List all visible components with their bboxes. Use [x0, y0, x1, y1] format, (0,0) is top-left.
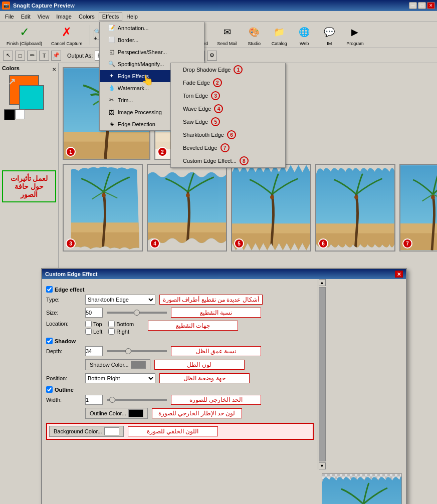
palm-svg-4 — [148, 165, 226, 250]
tool-icon-2[interactable]: □ — [15, 51, 25, 61]
size-input[interactable] — [85, 308, 103, 318]
menu-view[interactable]: View — [35, 13, 53, 21]
bg-color-row: Background Color... اللون الخلفي للصورة — [46, 423, 314, 440]
depth-input[interactable] — [85, 346, 103, 356]
width-row: Width: الحد الخارجي للصورة — [46, 395, 314, 405]
dialog-scrollbar[interactable]: ▲ ▼ — [318, 279, 326, 469]
finish-button[interactable]: ✓ Finish (Clipboard) — [3, 22, 46, 48]
dialog-close-button[interactable]: ✕ — [395, 271, 403, 278]
submenu-label: Wave Edge — [183, 106, 211, 112]
outline-checkbox[interactable] — [46, 386, 53, 393]
menu-colors[interactable]: Colors — [76, 13, 98, 21]
submenu-wave[interactable]: Wave Edge 4 — [171, 102, 285, 115]
menu-border[interactable]: ⬜Border... — [100, 34, 204, 46]
edge-effect-label: Edge effect — [55, 287, 84, 293]
web-button[interactable]: 🌐 Web — [293, 22, 316, 48]
menu-help[interactable]: Help — [123, 13, 141, 21]
submenu-fade[interactable]: Fade Edge 2 — [171, 76, 285, 89]
image-row-2: 3 — [63, 164, 437, 251]
tool-icon-4[interactable]: T — [39, 51, 49, 61]
outline-header: Outline — [46, 386, 314, 393]
scroll-down[interactable]: ▼ — [319, 462, 326, 469]
width-input[interactable] — [85, 395, 103, 405]
submenu-label: Fade Edge — [183, 80, 210, 86]
output-options-icon[interactable]: ⚙ — [207, 51, 217, 61]
colors-panel-close[interactable]: ✕ — [52, 67, 56, 72]
sendmail-label: Send Mail — [217, 41, 237, 46]
maximize-button[interactable]: □ — [418, 2, 426, 9]
palm-svg-5 — [232, 165, 310, 250]
bottom-checkbox[interactable] — [108, 321, 115, 327]
submenu-beveled[interactable]: Beveled Edge 7 — [171, 141, 285, 154]
svg-rect-21 — [148, 222, 226, 232]
web-icon: 🌐 — [296, 24, 312, 40]
tool-icon-1[interactable]: ↖ — [3, 51, 13, 61]
studio-button[interactable]: 🎨 Studio — [243, 22, 266, 48]
depth-slider[interactable] — [107, 350, 167, 352]
im-button[interactable]: 💬 IM — [318, 22, 341, 48]
tool-icon-3[interactable]: ✏ — [27, 51, 37, 61]
menu-file[interactable]: File — [2, 13, 17, 21]
size-slider[interactable] — [107, 312, 167, 314]
shadow-checkbox[interactable] — [46, 338, 53, 344]
palm-svg-3 — [64, 165, 142, 250]
menu-image[interactable]: Image — [53, 13, 75, 21]
image-cell-6: 6 — [315, 164, 395, 251]
outline-color-label: Outline Color... — [90, 410, 126, 416]
title-bar-buttons: ─ □ ✕ — [409, 2, 435, 9]
dialog-preview-area — [322, 473, 402, 504]
custom-edge-dialog: Custom Edge Effect ✕ Edge effect Type: S… — [41, 268, 407, 504]
white-swatch[interactable] — [15, 109, 25, 119]
right-checkbox[interactable] — [108, 328, 115, 335]
catalog-button[interactable]: 📁 Catalog — [268, 22, 291, 48]
finish-icon: ✓ — [17, 24, 33, 40]
minimize-button[interactable]: ─ — [409, 2, 417, 9]
outline-color-button[interactable]: Outline Color... — [85, 408, 148, 419]
submenu-label: Custom Edge Effect... — [183, 158, 237, 164]
cell-num-5: 5 — [234, 238, 244, 248]
type-arabic: أشكال عديدة من تقطيع أطراف الصورة — [159, 295, 263, 305]
outline-color-swatch — [128, 409, 143, 417]
type-select[interactable]: Sharktooth Edge — [85, 295, 155, 305]
submenu-label: Torn Edge — [183, 93, 208, 99]
output-toolbar: ↖ □ ✏ T 📌 Output As: PNG - Portable Netw… — [0, 48, 437, 63]
sendmail-button[interactable]: ✉ Send Mail — [213, 22, 241, 48]
submenu-torn[interactable]: Torn Edge 3 — [171, 89, 285, 102]
width-slider[interactable] — [107, 399, 167, 401]
scroll-up[interactable]: ▲ — [319, 279, 326, 286]
badge-1: 1 — [234, 65, 243, 74]
size-label: Size: — [46, 310, 81, 316]
outline-label: Outline — [55, 387, 74, 393]
black-swatch[interactable] — [4, 109, 15, 120]
right-label: Right — [108, 328, 134, 335]
outline-color-row: Outline Color... لون حد الإطار الخارجي ل… — [46, 408, 314, 419]
submenu-shark[interactable]: Sharktooth Edge 6 — [171, 128, 285, 141]
left-checkbox[interactable] — [85, 328, 92, 335]
submenu-label: Saw Edge — [183, 119, 208, 125]
foreground-swatch[interactable] — [19, 85, 44, 110]
border-icon: ⬜ — [108, 36, 116, 44]
finish-label: Finish (Clipboard) — [7, 41, 42, 46]
menu-annotation[interactable]: 📝Annotation... — [100, 22, 204, 34]
bg-color-button[interactable]: Background Color... — [49, 426, 124, 437]
tool-icon-5[interactable]: 📌 — [51, 51, 61, 61]
shadow-color-label: Shadow Color... — [90, 362, 129, 368]
submenu-drop-shadow[interactable]: Drop Shadow Edge 1 — [171, 63, 285, 76]
top-checkbox[interactable] — [85, 321, 92, 327]
studio-label: Studio — [248, 41, 261, 46]
shadow-color-arabic: لون الظل — [154, 360, 245, 370]
menu-edit[interactable]: Edit — [18, 13, 34, 21]
program-button[interactable]: ▶ Program — [343, 22, 367, 48]
dialog-form: Edge effect Type: Sharktooth Edge أشكال … — [42, 279, 318, 504]
menu-effects[interactable]: Effects 📝Annotation... ⬜Border... ◱Persp… — [99, 12, 122, 21]
submenu-saw[interactable]: Saw Edge 5 — [171, 115, 285, 128]
cancel-button[interactable]: ✗ Cancel Capture — [48, 22, 86, 48]
submenu-custom[interactable]: Custom Edge Effect... 8 — [171, 154, 285, 167]
shadow-color-button[interactable]: Shadow Color... — [85, 359, 150, 370]
menu-perspective[interactable]: ◱Perspective/Shear... — [100, 46, 204, 58]
edge-effect-checkbox[interactable] — [46, 286, 53, 293]
bg-color-arabic: اللون الخلفي للصورة — [128, 426, 218, 436]
position-select[interactable]: Bottom-Right — [85, 373, 155, 383]
close-button[interactable]: ✕ — [427, 2, 435, 9]
edge-submenu: Drop Shadow Edge 1 Fade Edge 2 Torn Edge… — [170, 63, 286, 168]
